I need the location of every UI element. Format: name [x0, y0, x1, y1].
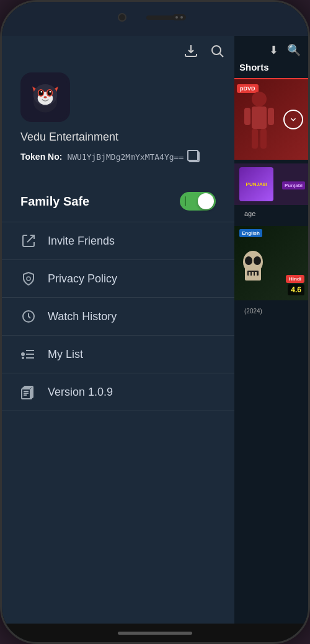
- svg-rect-36: [252, 129, 258, 149]
- punjabi-info: Punjabi: [277, 178, 308, 191]
- menu-item-history[interactable]: Watch History: [2, 298, 234, 336]
- svg-line-1: [220, 54, 224, 58]
- video-thumb-1[interactable]: pDVD: [234, 79, 308, 160]
- menu-label-invite: Invite Friends: [48, 235, 115, 248]
- channel-info: age: [234, 205, 308, 221]
- token-value: NWU1YjBjMDg2MmYxMTA4Yg==: [67, 152, 184, 162]
- menu-item-version: Version 1.0.9: [2, 373, 234, 411]
- menu-label-version: Version 1.0.9: [48, 386, 113, 399]
- menu-item-privacy[interactable]: Privacy Policy: [2, 260, 234, 298]
- phone-screen: Vedu Entertainment Token No: NWU1YjBjMDg…: [2, 2, 308, 642]
- avatar: [20, 72, 70, 122]
- svg-point-40: [245, 256, 252, 265]
- family-safe-label: Family Safe: [20, 194, 89, 209]
- svg-rect-43: [249, 272, 250, 277]
- search-icon[interactable]: [210, 43, 224, 61]
- svg-rect-45: [255, 272, 257, 277]
- channel-label: age: [239, 209, 260, 219]
- toggle-line: [185, 196, 186, 206]
- svg-point-0: [212, 46, 221, 54]
- svg-rect-35: [268, 108, 274, 125]
- rating-badge: 4.6: [288, 284, 304, 295]
- menu-item-mylist[interactable]: My List: [2, 336, 234, 373]
- home-indicator: [118, 632, 192, 635]
- english-badge: English: [239, 229, 262, 237]
- shield-icon: [20, 271, 37, 286]
- svg-rect-33: [252, 107, 267, 129]
- drawer-menu: Vedu Entertainment Token No: NWU1YjBjMDg…: [2, 36, 234, 624]
- layers-icon: [20, 385, 37, 399]
- status-bar: [2, 2, 308, 36]
- video-thumb-3[interactable]: English 4.6 Hindi: [234, 226, 308, 300]
- notch-dot-2: [180, 16, 183, 19]
- skull-figure: [237, 251, 268, 300]
- action-figure: [241, 92, 278, 160]
- menu-label-history: Watch History: [48, 310, 117, 323]
- right-download-icon[interactable]: ⬇: [269, 43, 278, 57]
- right-search-icon[interactable]: 🔍: [287, 43, 301, 57]
- svg-point-16: [43, 96, 46, 98]
- svg-point-41: [254, 256, 261, 265]
- menu-label-mylist: My List: [48, 348, 83, 361]
- bottom-bar: [2, 624, 308, 642]
- svg-rect-34: [244, 108, 250, 125]
- clock-icon: [20, 309, 37, 324]
- notch-camera: [118, 13, 126, 22]
- svg-rect-37: [260, 129, 267, 149]
- family-safe-row: Family Safe: [2, 181, 234, 222]
- svg-rect-44: [252, 272, 254, 277]
- notch-dots: [172, 14, 186, 20]
- svg-point-15: [50, 91, 51, 93]
- svg-point-12: [39, 90, 43, 96]
- drawer-top-bar: [2, 36, 234, 66]
- main-content: Vedu Entertainment Token No: NWU1YjBjMDg…: [2, 36, 308, 624]
- token-label: Token No:: [20, 152, 62, 162]
- menu-label-privacy: Privacy Policy: [48, 272, 117, 285]
- menu-list: Family Safe: [2, 175, 234, 624]
- video-2-section: PUNJA8I Punjabi age: [234, 163, 308, 221]
- share-icon: [20, 233, 37, 248]
- phone-frame: Vedu Entertainment Token No: NWU1YjBjMDg…: [0, 0, 310, 644]
- video-3-info: (2024): [234, 303, 308, 318]
- toggle-knob: [198, 193, 214, 209]
- profile-name: Vedu Entertainment: [20, 131, 216, 144]
- svg-point-13: [48, 90, 52, 96]
- download-icon[interactable]: [184, 43, 198, 61]
- copy-icon[interactable]: [188, 151, 200, 162]
- list-add-icon: [20, 347, 37, 362]
- token-row: Token No: NWU1YjBjMDg2MmYxMTA4Yg==: [20, 151, 216, 162]
- svg-point-32: [252, 92, 267, 107]
- hindi-badge: Hindi: [286, 275, 304, 283]
- svg-point-17: [27, 277, 30, 281]
- expand-btn[interactable]: [283, 110, 303, 129]
- punjabi-thumb: PUNJA8I: [239, 167, 273, 201]
- family-safe-toggle[interactable]: [180, 192, 216, 211]
- shorts-label: Shorts: [239, 62, 269, 72]
- right-panel: ⬇ 🔍 Shorts pDVD: [234, 36, 308, 624]
- notch-dot-1: [175, 16, 178, 19]
- punjabi-badge: Punjabi: [282, 181, 305, 189]
- profile-section: Vedu Entertainment Token No: NWU1YjBjMDg…: [2, 66, 234, 175]
- svg-point-14: [41, 91, 43, 93]
- video-year: (2024): [239, 307, 267, 316]
- right-top-bar: ⬇ 🔍: [234, 36, 308, 62]
- menu-item-invite[interactable]: Invite Friends: [2, 222, 234, 260]
- svg-point-22: [22, 353, 24, 355]
- avatar-logo-svg: [24, 76, 67, 119]
